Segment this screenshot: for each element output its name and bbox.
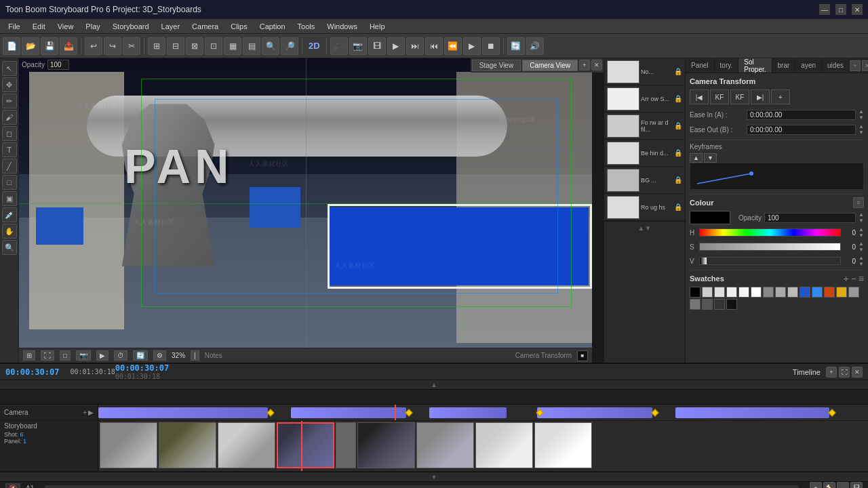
swatch-black[interactable] xyxy=(690,287,701,298)
tl-add-track[interactable]: + xyxy=(810,482,822,488)
tb-undo[interactable]: ↩ xyxy=(85,37,102,55)
viewport[interactable]: PAN 人人素材社区 人人素材社区 人人素材社区 人人素材社区 www.rrcg… xyxy=(19,58,592,348)
camera-track-content[interactable] xyxy=(98,405,868,420)
menu-storyboard[interactable]: Storyboard xyxy=(107,21,155,32)
menu-view[interactable]: View xyxy=(52,21,79,32)
ease-in-value[interactable]: 0:00:00.00 xyxy=(747,110,856,120)
ease-out-down[interactable]: ▼ xyxy=(859,129,864,136)
tb-stop[interactable]: ⏹ xyxy=(482,37,500,55)
tool-eyedropper[interactable]: 💉 xyxy=(2,207,17,222)
ease-in-spinner[interactable]: ▲ ▼ xyxy=(859,108,864,121)
tab-ayen[interactable]: ayen xyxy=(795,58,822,73)
tl-footer-sb[interactable]: 🎞 xyxy=(850,482,863,488)
stage-view-tab[interactable]: Stage View xyxy=(472,60,521,71)
tab-uides[interactable]: uides xyxy=(822,58,850,73)
vs-fullscreen[interactable]: ⛶ xyxy=(41,350,54,361)
tb-grid6[interactable]: ▤ xyxy=(243,37,260,55)
h-bar[interactable] xyxy=(699,228,841,237)
tool-zoom[interactable]: 🔍 xyxy=(2,240,17,255)
h-down[interactable]: ▼ xyxy=(859,232,864,239)
vs-play2[interactable]: ▶ xyxy=(96,350,108,361)
view-close[interactable]: ✕ xyxy=(591,60,602,70)
swatch-grey1[interactable] xyxy=(702,287,713,298)
kf-nav-down[interactable]: ▼ xyxy=(704,153,717,163)
expand-icon[interactable]: + xyxy=(850,60,861,71)
swatch-blue2[interactable] xyxy=(812,287,823,298)
ease-in-up[interactable]: ▲ xyxy=(859,108,864,115)
ease-out-spinner[interactable]: ▲ ▼ xyxy=(859,123,864,136)
cam-add-btn[interactable]: + xyxy=(83,409,87,416)
s-spinner[interactable]: ▲ ▼ xyxy=(859,241,864,253)
s-down[interactable]: ▼ xyxy=(859,247,864,253)
colour-opacity-up[interactable]: ▲ xyxy=(859,211,864,218)
sb-panel-8[interactable] xyxy=(534,422,592,468)
tab-brar[interactable]: brar xyxy=(772,58,796,73)
layer-lock-1[interactable]: 🔒 xyxy=(674,68,682,75)
tool-select[interactable]: ↖ xyxy=(2,61,17,76)
close-panel-icon[interactable]: ✕ xyxy=(862,60,868,71)
tb-2d-label[interactable]: 2D xyxy=(306,41,323,51)
sb-panel-1[interactable] xyxy=(100,422,157,468)
tb-play[interactable]: ▶ xyxy=(463,37,481,55)
close-button[interactable]: ✕ xyxy=(852,4,863,15)
tool-text[interactable]: T xyxy=(2,142,17,157)
vs-time[interactable]: ⏱ xyxy=(114,350,127,361)
vs-loop2[interactable]: 🔄 xyxy=(133,350,148,361)
sb-panel-3[interactable] xyxy=(218,422,275,468)
v-spinner[interactable]: ▲ ▼ xyxy=(859,255,864,267)
layer-lock-3[interactable]: 🔒 xyxy=(674,122,682,129)
vs-zoom-slider[interactable]: | xyxy=(191,350,199,361)
menu-camera[interactable]: Camera xyxy=(186,21,224,32)
tool-fill[interactable]: ▣ xyxy=(2,191,17,206)
tb-loop[interactable]: 🔄 xyxy=(507,37,525,55)
tab-tory[interactable]: tory. xyxy=(715,58,739,73)
storyboard-track-content[interactable] xyxy=(98,421,868,471)
camera-view-tab[interactable]: Camera View xyxy=(522,60,578,71)
swatch-nearblack[interactable] xyxy=(726,299,737,310)
swatch-grey4[interactable] xyxy=(738,287,749,298)
tl-add-btn[interactable]: + xyxy=(826,367,837,378)
tb-cam6[interactable]: ⏮ xyxy=(425,37,443,55)
tb-cut[interactable]: ✂ xyxy=(123,37,140,55)
mute-button[interactable]: 🔇 xyxy=(5,483,20,489)
vs-dark-btn[interactable]: ■ xyxy=(577,350,588,361)
s-up[interactable]: ▲ xyxy=(859,241,864,247)
menu-tools[interactable]: Tools xyxy=(292,21,321,32)
tool-brush[interactable]: 🖌 xyxy=(2,110,17,125)
swatch-grey9[interactable] xyxy=(690,299,701,310)
ease-out-value[interactable]: 0:00:00.00 xyxy=(747,125,856,135)
sb-panel-6[interactable] xyxy=(416,422,474,468)
v-bar[interactable] xyxy=(699,257,841,265)
colour-opacity-spinner[interactable]: ▲ ▼ xyxy=(859,211,864,224)
tool-line[interactable]: ╱ xyxy=(2,159,17,174)
sb-panel-5[interactable] xyxy=(357,422,415,468)
s-bar[interactable] xyxy=(699,243,841,251)
kf-nav-up[interactable]: ▲ xyxy=(690,153,703,163)
tb-grid5[interactable]: ▦ xyxy=(224,37,241,55)
tl-close-btn[interactable]: ✕ xyxy=(852,367,863,378)
swatch-grey8[interactable] xyxy=(848,287,859,298)
tb-cam1[interactable]: 🎥 xyxy=(330,37,348,55)
minimize-button[interactable]: — xyxy=(819,4,830,15)
vs-settings[interactable]: ⚙ xyxy=(153,350,166,361)
maximize-button[interactable]: □ xyxy=(835,4,846,15)
swatch-grey7[interactable] xyxy=(787,287,798,298)
layer-lock-5[interactable]: 🔒 xyxy=(674,176,682,184)
layer-lock-4[interactable]: 🔒 xyxy=(674,149,682,157)
keyframes-graph[interactable] xyxy=(690,163,864,190)
colour-opacity-value[interactable]: 100 xyxy=(764,213,856,223)
tl-scroll-down[interactable]: ▼ xyxy=(0,472,868,481)
ease-out-up[interactable]: ▲ xyxy=(859,123,864,129)
tool-shape[interactable]: □ xyxy=(2,175,17,190)
tl-scroll-up[interactable]: ▲ xyxy=(0,380,868,390)
tb-save[interactable]: 💾 xyxy=(41,37,58,55)
colour-opacity-down[interactable]: ▼ xyxy=(859,218,864,224)
menu-layer[interactable]: Layer xyxy=(156,21,186,32)
swatch-blue[interactable] xyxy=(800,287,810,298)
tool-eraser[interactable]: ◻ xyxy=(2,126,17,141)
tb-grid1[interactable]: ⊞ xyxy=(148,37,165,55)
swatch-white[interactable] xyxy=(751,287,762,298)
tl-footer-cam[interactable]: 🎥 xyxy=(837,482,849,488)
vs-snap[interactable]: □ xyxy=(60,350,71,361)
kf-btn2[interactable]: KF xyxy=(730,89,749,104)
